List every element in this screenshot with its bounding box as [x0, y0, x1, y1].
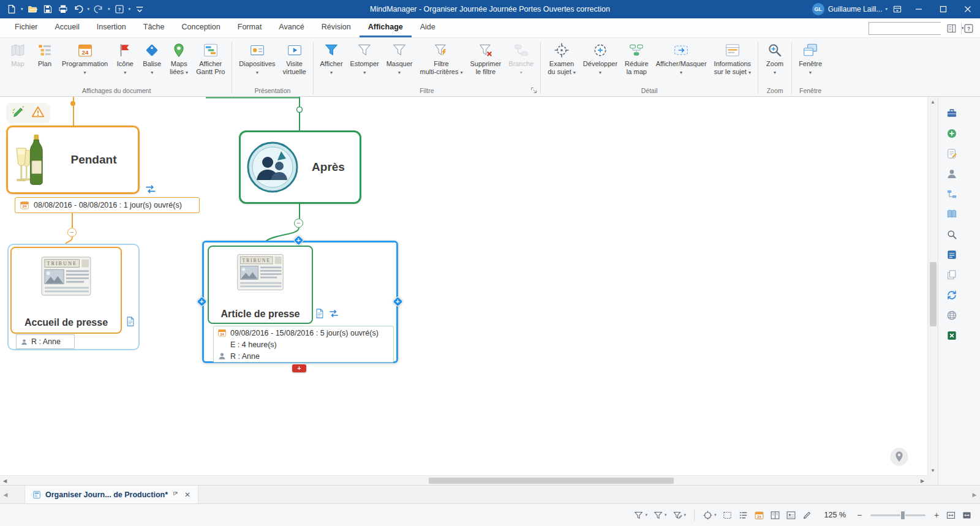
article-task-info[interactable]: 24 09/08/2016 - 15/08/2016 : 5 jour(s) o…: [213, 326, 394, 363]
tab-scroll-right-icon[interactable]: ▶: [969, 486, 980, 503]
open-icon[interactable]: [26, 2, 39, 16]
user-name[interactable]: Guillaume Laill...: [828, 5, 883, 13]
programmation-button[interactable]: 24Programmation▾: [58, 40, 111, 78]
map-parts-icon[interactable]: [944, 126, 960, 141]
tab-tache[interactable]: Tâche: [135, 18, 173, 37]
scroll-right-icon[interactable]: ▶: [918, 476, 927, 486]
search-combobox[interactable]: ▾: [869, 22, 941, 35]
fit-selection-icon[interactable]: [960, 508, 974, 522]
new-document-icon[interactable]: [5, 2, 18, 16]
help-icon[interactable]: ?: [962, 21, 975, 35]
developper-button[interactable]: Développer▾: [579, 40, 621, 78]
tab-close-icon[interactable]: ✕: [183, 490, 190, 499]
filtre-multi-criteres-button[interactable]: Filtremulti-critères ▾: [416, 40, 466, 78]
map-view-icon[interactable]: [784, 508, 798, 522]
new-document-dropdown[interactable]: ▾: [21, 7, 23, 12]
map-canvas[interactable]: Pendant 24 08/08/2016 - 08/08/2016 : 1 j…: [0, 97, 927, 475]
web-icon[interactable]: [944, 307, 960, 323]
tab-fichier[interactable]: Fichier: [6, 18, 47, 37]
user-menu-chevron[interactable]: ▾: [885, 7, 888, 12]
fenetre-button[interactable]: Fenêtre▾: [795, 40, 826, 78]
zoom-slider-thumb[interactable]: [900, 511, 905, 520]
excel-export-icon[interactable]: [944, 328, 960, 344]
relationship-icon[interactable]: [328, 308, 339, 319]
visite-virtuelle-button[interactable]: Visitevirtuelle: [279, 40, 310, 77]
estomper-button[interactable]: Estomper▾: [347, 40, 383, 78]
icone-button[interactable]: Icône▾: [111, 40, 138, 78]
tab-avance[interactable]: Avancé: [270, 18, 312, 37]
tab-format[interactable]: Format: [229, 18, 271, 37]
split-view-icon[interactable]: [768, 508, 782, 522]
marquee-zoom-icon[interactable]: [720, 508, 734, 522]
edit-pencil-icon[interactable]: [12, 105, 25, 121]
horizontal-scroll-thumb[interactable]: [429, 478, 674, 484]
afficher-button[interactable]: Afficher▾: [317, 40, 347, 78]
horizontal-scrollbar[interactable]: ◀ ▶: [0, 475, 927, 485]
topic-article-selection[interactable]: TRIBUNE Article de presse: [202, 241, 398, 363]
balise-button[interactable]: Balise▾: [138, 40, 165, 78]
tab-accueil[interactable]: Accueil: [47, 18, 88, 37]
show-branch-filter-icon[interactable]: ▾: [631, 508, 649, 522]
maximize-button[interactable]: [931, 0, 956, 18]
dialog-launcher-icon[interactable]: [530, 87, 537, 94]
accueil-resource[interactable]: R : Anne: [16, 334, 75, 349]
topic-accueil[interactable]: TRIBUNE Accueil de presse: [10, 247, 122, 334]
edit-filter-icon[interactable]: ▾: [671, 508, 688, 522]
reduire-la-map-button[interactable]: Réduirela map: [621, 40, 652, 77]
supprimer-le-filtre-button[interactable]: Supprimerle filtre: [467, 40, 505, 77]
afficher-gantt-pro-button[interactable]: AfficherGantt Pro: [192, 40, 228, 77]
diapositives-button[interactable]: Diapositives▾: [235, 40, 279, 78]
outline-view-icon[interactable]: [736, 508, 750, 522]
snippets-icon[interactable]: [944, 247, 960, 263]
fade-filter-icon[interactable]: ▾: [651, 508, 669, 522]
notes-icon[interactable]: [125, 316, 136, 327]
informations-sur-le-sujet-button[interactable]: Informationssur le sujet ▾: [710, 40, 755, 78]
topic-pendant[interactable]: Pendant: [6, 126, 140, 194]
captures-icon[interactable]: [944, 267, 960, 283]
plan-button[interactable]: Plan: [31, 40, 58, 69]
undo-icon[interactable]: [72, 2, 85, 16]
redo-icon[interactable]: [92, 2, 105, 16]
ribbon-display-options-icon[interactable]: [888, 0, 907, 18]
print-icon[interactable]: [56, 2, 70, 16]
help-menu-icon[interactable]: ?: [113, 2, 126, 16]
notes-icon[interactable]: [314, 308, 325, 319]
select-tool-icon[interactable]: ▾: [701, 508, 718, 522]
afficher-masquer-button[interactable]: Afficher/Masquer▾: [652, 40, 710, 78]
collapse-toggle-pendant-branch[interactable]: −: [67, 228, 77, 237]
presentation-edit-icon[interactable]: [800, 508, 814, 522]
schedule-view-icon[interactable]: 24: [752, 508, 766, 522]
close-button[interactable]: [956, 0, 980, 18]
collapse-toggle-apres-branch[interactable]: −: [294, 219, 303, 228]
task-notes-icon[interactable]: [944, 146, 960, 162]
co-editing-icon[interactable]: [944, 287, 960, 303]
tab-aide[interactable]: Aide: [412, 18, 444, 37]
document-tab[interactable]: Organiser Journ... de Production* ✕: [24, 486, 198, 503]
tab-scroll-left-icon[interactable]: ◀: [0, 486, 11, 503]
warning-icon[interactable]: [31, 105, 45, 121]
scroll-up-icon[interactable]: ▲: [928, 97, 938, 107]
save-icon[interactable]: [41, 2, 55, 16]
scroll-left-icon[interactable]: ◀: [0, 476, 10, 486]
redo-dropdown[interactable]: ▾: [108, 7, 110, 12]
zoom-in-button[interactable]: +: [931, 510, 942, 520]
scroll-down-icon[interactable]: ▼: [928, 465, 938, 475]
tab-affichage[interactable]: Affichage: [360, 18, 412, 37]
zoom-out-button[interactable]: −: [854, 510, 865, 520]
map-index-icon[interactable]: [944, 186, 960, 202]
topic-accueil-selection[interactable]: TRIBUNE Accueil de presse R : Anne: [7, 244, 140, 350]
qat-customize-icon[interactable]: [133, 2, 146, 16]
masquer-button[interactable]: Masquer▾: [383, 40, 417, 78]
tab-insertion[interactable]: Insertion: [88, 18, 135, 37]
task-pane-toggle-icon[interactable]: [944, 21, 958, 35]
relationship-icon[interactable]: [145, 183, 157, 195]
minimize-button[interactable]: [907, 0, 931, 18]
examen-du-sujet-button[interactable]: Examendu sujet ▾: [544, 40, 579, 78]
fit-map-icon[interactable]: [944, 508, 958, 522]
pendant-task-info[interactable]: 24 08/08/2016 - 08/08/2016 : 1 jour(s) o…: [15, 197, 200, 213]
hidden-subtopics-indicator[interactable]: +: [292, 364, 306, 372]
undo-dropdown[interactable]: ▾: [88, 7, 90, 12]
tab-revision[interactable]: Révision: [313, 18, 360, 37]
tab-detach-icon[interactable]: [172, 490, 179, 499]
maps-liees-button[interactable]: Mapsliées ▾: [165, 40, 192, 78]
